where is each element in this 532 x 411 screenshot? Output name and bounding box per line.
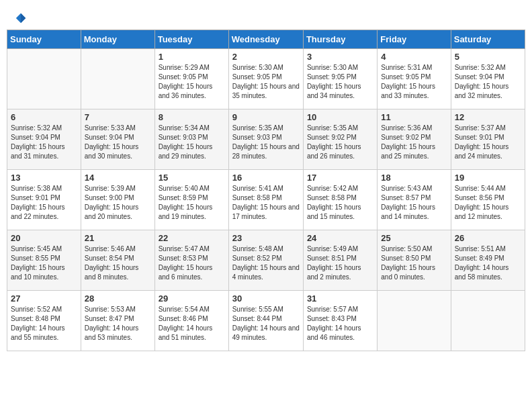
day-number: 16: [232, 173, 300, 183]
weekday-header-sunday: Sunday: [7, 30, 81, 49]
weekday-header-saturday: Saturday: [451, 30, 525, 49]
calendar-cell: 28Sunrise: 5:53 AMSunset: 8:47 PMDayligh…: [81, 291, 154, 351]
day-info: Sunrise: 5:54 AMSunset: 8:46 PMDaylight:…: [159, 305, 225, 342]
weekday-header-monday: Monday: [81, 30, 154, 49]
day-info: Sunrise: 5:35 AMSunset: 9:02 PMDaylight:…: [307, 124, 373, 161]
day-number: 10: [307, 112, 373, 122]
weekday-header-tuesday: Tuesday: [154, 30, 228, 49]
day-number: 26: [455, 233, 521, 243]
calendar-week-1: 1Sunrise: 5:29 AMSunset: 9:05 PMDaylight…: [7, 49, 525, 109]
day-number: 9: [232, 112, 300, 122]
calendar-cell: 26Sunrise: 5:51 AMSunset: 8:49 PMDayligh…: [451, 230, 525, 291]
day-info: Sunrise: 5:42 AMSunset: 8:58 PMDaylight:…: [307, 184, 373, 222]
day-info: Sunrise: 5:30 AMSunset: 9:05 PMDaylight:…: [307, 63, 373, 101]
calendar-cell: 16Sunrise: 5:41 AMSunset: 8:58 PMDayligh…: [228, 170, 303, 230]
calendar-cell: 13Sunrise: 5:38 AMSunset: 9:01 PMDayligh…: [7, 170, 81, 230]
calendar-cell: 18Sunrise: 5:43 AMSunset: 8:57 PMDayligh…: [378, 170, 451, 230]
calendar-week-5: 27Sunrise: 5:52 AMSunset: 8:48 PMDayligh…: [7, 291, 525, 351]
calendar-week-3: 13Sunrise: 5:38 AMSunset: 9:01 PMDayligh…: [7, 170, 525, 230]
logo-icon: [15, 12, 27, 24]
calendar-cell: 27Sunrise: 5:52 AMSunset: 8:48 PMDayligh…: [7, 291, 81, 351]
calendar-cell: 20Sunrise: 5:45 AMSunset: 8:55 PMDayligh…: [7, 230, 81, 291]
calendar-header-row: SundayMondayTuesdayWednesdayThursdayFrid…: [7, 30, 525, 49]
day-number: 22: [159, 233, 225, 243]
day-info: Sunrise: 5:44 AMSunset: 8:56 PMDaylight:…: [455, 184, 521, 222]
calendar-cell: 7Sunrise: 5:33 AMSunset: 9:04 PMDaylight…: [81, 109, 154, 170]
day-number: 20: [11, 233, 77, 243]
calendar-cell: 22Sunrise: 5:47 AMSunset: 8:53 PMDayligh…: [154, 230, 228, 291]
day-number: 6: [11, 112, 77, 122]
calendar-week-2: 6Sunrise: 5:32 AMSunset: 9:04 PMDaylight…: [7, 109, 525, 170]
day-info: Sunrise: 5:51 AMSunset: 8:49 PMDaylight:…: [455, 244, 521, 282]
day-number: 14: [85, 173, 151, 183]
calendar-cell: 5Sunrise: 5:32 AMSunset: 9:04 PMDaylight…: [451, 49, 525, 109]
day-info: Sunrise: 5:47 AMSunset: 8:53 PMDaylight:…: [159, 244, 225, 282]
calendar-cell: 11Sunrise: 5:36 AMSunset: 9:02 PMDayligh…: [378, 109, 451, 170]
day-info: Sunrise: 5:55 AMSunset: 8:44 PMDaylight:…: [232, 305, 300, 342]
day-info: Sunrise: 5:32 AMSunset: 9:04 PMDaylight:…: [11, 124, 77, 161]
day-info: Sunrise: 5:57 AMSunset: 8:43 PMDaylight:…: [307, 305, 373, 342]
calendar-cell: 8Sunrise: 5:34 AMSunset: 9:03 PMDaylight…: [154, 109, 228, 170]
calendar-cell: 4Sunrise: 5:31 AMSunset: 9:05 PMDaylight…: [378, 49, 451, 109]
day-number: 29: [159, 293, 225, 304]
calendar-table: SundayMondayTuesdayWednesdayThursdayFrid…: [7, 30, 525, 351]
logo: [13, 12, 27, 24]
calendar-week-4: 20Sunrise: 5:45 AMSunset: 8:55 PMDayligh…: [7, 230, 525, 291]
calendar-cell: 23Sunrise: 5:48 AMSunset: 8:52 PMDayligh…: [228, 230, 303, 291]
day-number: 30: [232, 293, 300, 304]
day-info: Sunrise: 5:49 AMSunset: 8:51 PMDaylight:…: [307, 244, 373, 282]
calendar-cell: 1Sunrise: 5:29 AMSunset: 9:05 PMDaylight…: [154, 49, 228, 109]
day-info: Sunrise: 5:30 AMSunset: 9:05 PMDaylight:…: [232, 63, 300, 101]
calendar-cell: [451, 291, 525, 351]
day-number: 8: [159, 112, 225, 122]
day-number: 13: [11, 173, 77, 183]
day-number: 7: [85, 112, 151, 122]
day-number: 1: [159, 52, 225, 62]
day-info: Sunrise: 5:52 AMSunset: 8:48 PMDaylight:…: [11, 305, 77, 342]
calendar-cell: 31Sunrise: 5:57 AMSunset: 8:43 PMDayligh…: [303, 291, 377, 351]
day-info: Sunrise: 5:40 AMSunset: 8:59 PMDaylight:…: [159, 184, 225, 222]
day-info: Sunrise: 5:36 AMSunset: 9:02 PMDaylight:…: [381, 124, 447, 161]
calendar-cell: 17Sunrise: 5:42 AMSunset: 8:58 PMDayligh…: [303, 170, 377, 230]
calendar-cell: 24Sunrise: 5:49 AMSunset: 8:51 PMDayligh…: [303, 230, 377, 291]
day-info: Sunrise: 5:35 AMSunset: 9:03 PMDaylight:…: [232, 124, 300, 161]
calendar-cell: 25Sunrise: 5:50 AMSunset: 8:50 PMDayligh…: [378, 230, 451, 291]
day-number: 17: [307, 173, 373, 183]
calendar-cell: [7, 49, 81, 109]
day-number: 19: [455, 173, 521, 183]
day-info: Sunrise: 5:43 AMSunset: 8:57 PMDaylight:…: [381, 184, 447, 222]
calendar-cell: 2Sunrise: 5:30 AMSunset: 9:05 PMDaylight…: [228, 49, 303, 109]
day-number: 27: [11, 293, 77, 304]
day-info: Sunrise: 5:50 AMSunset: 8:50 PMDaylight:…: [381, 244, 447, 282]
page-header: [7, 7, 525, 27]
calendar-cell: 12Sunrise: 5:37 AMSunset: 9:01 PMDayligh…: [451, 109, 525, 170]
day-info: Sunrise: 5:46 AMSunset: 8:54 PMDaylight:…: [85, 244, 151, 282]
day-info: Sunrise: 5:48 AMSunset: 8:52 PMDaylight:…: [232, 244, 300, 282]
calendar-cell: 30Sunrise: 5:55 AMSunset: 8:44 PMDayligh…: [228, 291, 303, 351]
day-info: Sunrise: 5:38 AMSunset: 9:01 PMDaylight:…: [11, 184, 77, 222]
calendar-cell: [378, 291, 451, 351]
day-info: Sunrise: 5:37 AMSunset: 9:01 PMDaylight:…: [455, 124, 521, 161]
calendar-cell: 19Sunrise: 5:44 AMSunset: 8:56 PMDayligh…: [451, 170, 525, 230]
day-info: Sunrise: 5:31 AMSunset: 9:05 PMDaylight:…: [381, 63, 447, 101]
day-number: 28: [85, 293, 151, 304]
day-info: Sunrise: 5:29 AMSunset: 9:05 PMDaylight:…: [159, 63, 225, 101]
day-number: 21: [85, 233, 151, 243]
day-info: Sunrise: 5:41 AMSunset: 8:58 PMDaylight:…: [232, 184, 300, 222]
day-number: 11: [381, 112, 447, 122]
calendar-cell: 3Sunrise: 5:30 AMSunset: 9:05 PMDaylight…: [303, 49, 377, 109]
day-info: Sunrise: 5:33 AMSunset: 9:04 PMDaylight:…: [85, 124, 151, 161]
weekday-header-thursday: Thursday: [303, 30, 377, 49]
day-number: 4: [381, 52, 447, 62]
day-info: Sunrise: 5:53 AMSunset: 8:47 PMDaylight:…: [85, 305, 151, 342]
day-info: Sunrise: 5:34 AMSunset: 9:03 PMDaylight:…: [159, 124, 225, 161]
day-number: 15: [159, 173, 225, 183]
weekday-header-wednesday: Wednesday: [228, 30, 303, 49]
day-number: 5: [455, 52, 521, 62]
calendar-cell: [81, 49, 154, 109]
day-number: 23: [232, 233, 300, 243]
day-number: 31: [307, 293, 373, 304]
day-info: Sunrise: 5:45 AMSunset: 8:55 PMDaylight:…: [11, 244, 77, 282]
calendar-cell: 6Sunrise: 5:32 AMSunset: 9:04 PMDaylight…: [7, 109, 81, 170]
calendar-cell: 9Sunrise: 5:35 AMSunset: 9:03 PMDaylight…: [228, 109, 303, 170]
